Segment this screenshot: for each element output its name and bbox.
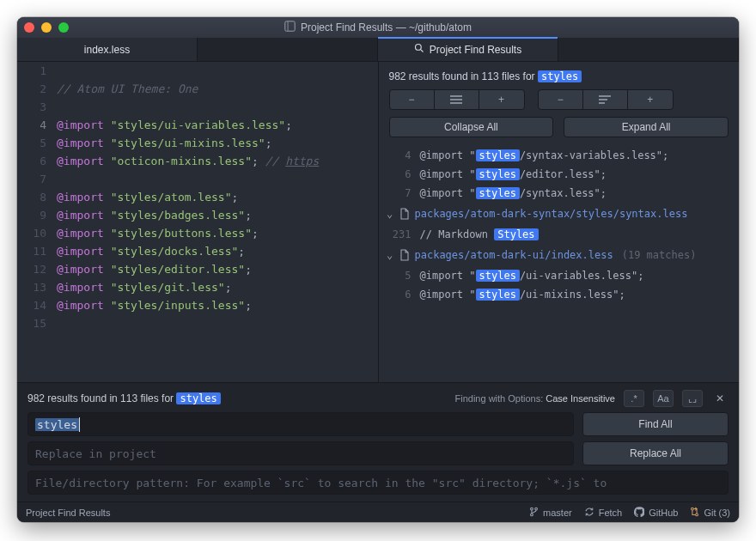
result-line-number: 7 (386, 184, 420, 203)
close-panel-button[interactable]: ✕ (711, 392, 729, 404)
increase-context-button[interactable]: + (479, 90, 524, 109)
window-minimize-button[interactable] (41, 22, 52, 33)
result-match[interactable]: 6@import "styles/ui-mixins.less"; (379, 285, 740, 304)
code-content: @import "octicon-mixins.less"; // https (57, 152, 319, 170)
decrease-context-button-2[interactable]: − (539, 90, 583, 109)
code-content: @import "styles/inputs.less"; (57, 296, 252, 314)
result-line-number: 6 (386, 165, 420, 184)
editor-line[interactable]: 7 (17, 170, 378, 188)
editor-line[interactable]: 3 (17, 98, 378, 116)
github-button[interactable]: GitHub (634, 507, 678, 519)
result-file-path[interactable]: ⌄packages/atom-dark-ui/index.less(19 mat… (379, 244, 740, 266)
editor-line[interactable]: 8@import "styles/atom.less"; (17, 188, 378, 206)
text-editor[interactable]: 12// Atom UI Theme: One34@import "styles… (17, 62, 378, 382)
find-all-button[interactable]: Find All (582, 412, 729, 436)
editor-line[interactable]: 12@import "styles/editor.less"; (17, 260, 378, 278)
svg-rect-0 (285, 21, 295, 31)
result-file-path[interactable]: ⌄packages/atom-dark-syntax/styles/syntax… (379, 203, 740, 225)
editor-line[interactable]: 9@import "styles/badges.less"; (17, 206, 378, 224)
result-line-number: 231 (386, 225, 420, 244)
tab-bar: index.less Project Find Results (17, 38, 739, 62)
line-number: 4 (17, 116, 57, 134)
search-icon (414, 43, 424, 56)
git-diff-icon (690, 507, 699, 519)
chevron-down-icon: ⌄ (386, 204, 394, 223)
file-icon (399, 208, 410, 220)
line-number: 5 (17, 134, 57, 152)
svg-point-6 (692, 508, 694, 510)
results-header: 982 results found in 113 files for style… (379, 62, 740, 144)
git-fetch-button[interactable]: Fetch (584, 507, 623, 519)
sync-icon (584, 507, 594, 519)
window-zoom-button[interactable] (58, 22, 69, 33)
code-content: @import "styles/badges.less"; (57, 206, 252, 224)
editor-line[interactable]: 14@import "styles/inputs.less"; (17, 296, 378, 314)
replace-input[interactable]: Replace in project (27, 441, 574, 465)
title-bar: Project Find Results — ~/github/atom (17, 17, 739, 38)
svg-point-4 (535, 508, 538, 510)
svg-point-1 (415, 45, 421, 51)
tab-index-less[interactable]: index.less (17, 38, 198, 61)
replace-all-button[interactable]: Replace All (582, 441, 729, 465)
decrease-context-button[interactable]: − (390, 90, 435, 109)
collapse-all-button[interactable]: Collapse All (389, 117, 554, 137)
tab-project-find-results[interactable]: Project Find Results (378, 38, 558, 61)
line-number: 3 (17, 98, 57, 116)
search-input[interactable]: styles (27, 412, 574, 436)
editor-line[interactable]: 6@import "octicon-mixins.less"; // https (17, 152, 378, 170)
git-branch-indicator[interactable]: master (529, 507, 572, 519)
file-icon (399, 249, 410, 261)
result-match[interactable]: 5@import "styles/ui-variables.less"; (379, 266, 740, 285)
editor-line[interactable]: 13@import "styles/git.less"; (17, 278, 378, 296)
tab-empty-left[interactable] (198, 38, 378, 61)
context-lines-group-b: − + (538, 89, 674, 110)
editor-line[interactable]: 4@import "styles/ui-variables.less"; (17, 116, 378, 134)
window-title: Project Find Results — ~/github/atom (301, 21, 472, 33)
editor-line[interactable]: 11@import "styles/docks.less"; (17, 242, 378, 260)
result-match[interactable]: 231// Markdown Styles (379, 225, 740, 244)
status-bar: Project Find Results master Fetch GitHub… (17, 501, 739, 522)
editor-line[interactable]: 2// Atom UI Theme: One (17, 80, 378, 98)
editor-line[interactable]: 15 (17, 314, 378, 332)
editor-line[interactable]: 10@import "styles/buttons.less"; (17, 224, 378, 242)
regex-toggle[interactable]: .* (624, 390, 644, 407)
results-list[interactable]: 4@import "styles/syntax-variables.less";… (379, 144, 740, 382)
case-toggle[interactable]: Aa (653, 390, 674, 407)
context-mode-button[interactable] (435, 90, 479, 109)
path-text: packages/atom-dark-ui/index.less (415, 246, 613, 264)
result-line-number: 4 (386, 146, 420, 165)
svg-point-7 (696, 514, 698, 516)
tab-empty-right[interactable] (558, 38, 739, 61)
app-icon (284, 21, 296, 34)
editor-pane: 12// Atom UI Theme: One34@import "styles… (17, 62, 378, 382)
result-code: @import "styles/syntax.less"; (420, 184, 607, 203)
git-status-button[interactable]: Git (3) (690, 507, 730, 519)
window-close-button[interactable] (24, 22, 34, 33)
code-content: @import "styles/ui-mixins.less"; (57, 134, 271, 152)
editor-line[interactable]: 5@import "styles/ui-mixins.less"; (17, 134, 378, 152)
code-content: @import "styles/git.less"; (57, 278, 232, 296)
line-number: 10 (17, 224, 57, 242)
whole-word-toggle[interactable]: ⌞⌟ (682, 390, 703, 407)
split-panes: 12// Atom UI Theme: One34@import "styles… (17, 62, 739, 382)
find-options-label: Finding with Options: Case Insensitive (455, 393, 616, 404)
chevron-down-icon: ⌄ (386, 246, 394, 264)
result-match[interactable]: 4@import "styles/syntax-variables.less"; (379, 146, 740, 165)
result-match[interactable]: 6@import "styles/editor.less"; (379, 165, 740, 184)
app-window: Project Find Results — ~/github/atom ind… (17, 17, 739, 522)
code-content: @import "styles/editor.less"; (57, 260, 252, 278)
result-match[interactable]: 7@import "styles/syntax.less"; (379, 184, 740, 203)
git-branch-icon (529, 507, 539, 519)
line-number: 14 (17, 296, 57, 314)
code-content: // Atom UI Theme: One (57, 80, 198, 98)
line-number: 9 (17, 206, 57, 224)
match-count: (19 matches) (622, 246, 697, 264)
result-code: @import "styles/syntax-variables.less"; (420, 146, 669, 165)
context-mode-button-2[interactable] (583, 90, 628, 109)
increase-context-button-2[interactable]: + (628, 90, 673, 109)
result-line-number: 6 (386, 285, 420, 304)
path-filter-input[interactable]: File/directory pattern: For example `src… (27, 471, 729, 495)
editor-line[interactable]: 1 (17, 62, 378, 80)
github-icon (634, 507, 644, 519)
expand-all-button[interactable]: Expand All (564, 117, 729, 137)
